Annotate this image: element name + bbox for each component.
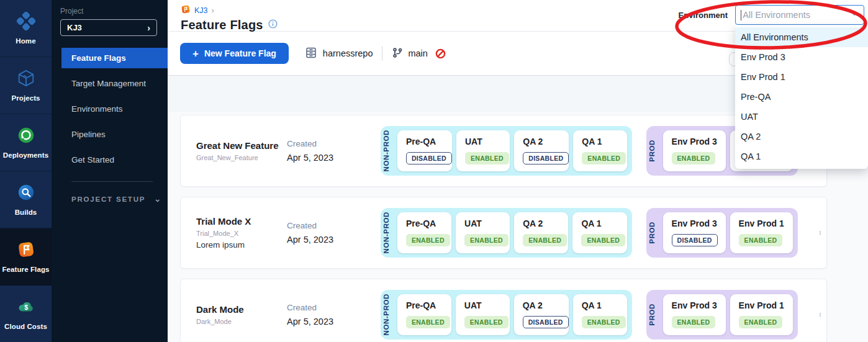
prod-label: PROD [648,140,663,162]
environment-dropdown-option[interactable]: Env Prod 3 [735,47,868,67]
environment-card[interactable]: UAT ENABLED [456,294,510,335]
status-badge: DISABLED [672,234,718,246]
environment-dropdown-option[interactable]: UAT [735,107,868,127]
repo-selector[interactable]: harnessrepo [305,47,373,61]
environment-card[interactable]: QA 2 ENABLED [514,212,568,253]
environment-name: Pre-QA [406,300,451,310]
sidebar-item-feature-flags[interactable]: Feature Flags [61,48,168,68]
rail-item-feature-flags[interactable]: Feature Flags [0,228,52,286]
environment-dropdown-option[interactable]: QA 2 [735,127,868,146]
sidebar-item-target-management[interactable]: Target Management [52,73,168,94]
rail-item-builds[interactable]: Builds [0,171,52,228]
environment-card[interactable]: Pre-QA DISABLED [397,130,452,171]
environment-filter-label: Environment [679,11,728,20]
environment-select[interactable]: All Environments [735,5,864,25]
environment-card[interactable]: Env Prod 1 ENABLED [730,294,793,335]
environment-name: Env Prod 1 [739,218,793,228]
builds-icon [17,183,35,204]
sidebar-item-get-started[interactable]: Get Started [52,150,168,170]
text-cursor [741,10,741,20]
home-icon [17,12,35,33]
environment-card[interactable]: QA 1 ENABLED [573,130,626,171]
projects-icon [17,69,35,90]
environment-dropdown-option[interactable]: Env Prod 1 [735,67,868,87]
environment-card[interactable]: Env Prod 3 DISABLED [663,212,726,253]
status-badge: ENABLED [739,234,783,246]
page-title: Feature Flags [181,18,263,32]
non-prod-label: NON-PROD [382,212,397,253]
environment-card[interactable]: Pre-QA ENABLED [397,212,451,253]
status-badge: ENABLED [523,234,567,246]
environment-dropdown-option[interactable]: Pre-QA [735,87,868,107]
environment-name: QA 2 [523,218,568,228]
environment-select-value: All Environments [743,10,850,20]
feature-flag-row[interactable]: Dark Mode Dark_Mode Created Apr 5, 2023 … [180,279,827,342]
environment-card[interactable]: Pre-QA ENABLED [397,294,451,335]
project-label: Project [60,7,168,16]
created-date: Apr 5, 2023 [287,153,381,163]
project-setup-toggle[interactable]: PROJECT SETUP ⌄ [52,194,168,204]
row-menu-button[interactable] [815,224,826,241]
environment-card[interactable]: UAT ENABLED [456,212,510,253]
status-badge: ENABLED [582,316,626,328]
rail-item-label: Projects [11,94,40,102]
environment-name: QA 1 [581,218,626,228]
status-badge: ENABLED [464,316,509,328]
environment-dropdown-option[interactable]: All Environments [735,27,868,47]
rail-item-label: Deployments [3,151,48,160]
svg-text:$: $ [24,304,28,311]
environment-name: Pre-QA [406,218,451,228]
sidebar-item-pipelines[interactable]: Pipelines [52,124,168,145]
rail-item-label: Builds [15,209,37,217]
new-feature-flag-button[interactable]: + New Feature Flag [180,43,289,64]
environment-card[interactable]: UAT ENABLED [456,130,510,171]
module-rail: Home Projects Deployments Builds Feature… [0,0,52,342]
environment-card[interactable]: QA 1 ENABLED [572,212,626,253]
environment-dropdown-menu: All Environments Env Prod 3 Env Prod 1 P… [735,25,868,169]
deployments-icon [17,126,35,147]
sidebar-item-environments[interactable]: Environments [52,99,168,119]
project-sidebar: Project KJ3 › Feature Flags Target Manag… [52,0,168,342]
environment-name: Env Prod 1 [739,300,793,310]
flag-identifier: Dark_Mode [196,318,287,325]
project-setup-label: PROJECT SETUP [71,196,145,203]
environment-name: UAT [464,300,510,310]
environment-card[interactable]: QA 1 ENABLED [573,294,627,335]
info-icon[interactable] [268,19,278,31]
branch-name: main [408,48,427,58]
non-prod-group: NON-PROD Pre-QA ENABLED UAT ENABLED QA 2… [381,290,632,340]
environment-name: QA 2 [523,300,569,310]
rail-item-home[interactable]: Home [0,0,52,57]
environment-card[interactable]: QA 2 DISABLED [514,130,569,171]
environment-card[interactable]: Env Prod 1 ENABLED [730,212,793,253]
status-badge: ENABLED [406,316,450,328]
prod-label: PROD [648,304,663,326]
environment-dropdown-option[interactable]: QA 1 [735,146,868,166]
environment-name: UAT [465,137,510,146]
created-label: Created [287,139,381,148]
rail-item-label: Feature Flags [2,266,49,274]
branch-selector[interactable]: main [392,47,445,60]
status-badge: DISABLED [406,152,452,164]
rail-item-label: Home [16,37,35,45]
rail-item-deployments[interactable]: Deployments [0,114,52,171]
feature-flag-row[interactable]: Trial Mode X Trial_Mode_X Lorem ipsum Cr… [180,197,827,269]
environment-name: Env Prod 3 [672,137,726,146]
repo-icon [305,47,317,61]
row-menu-button[interactable] [815,306,826,323]
divider [382,46,382,61]
environment-card[interactable]: Env Prod 3 ENABLED [663,130,726,171]
chevron-right-icon: › [212,6,214,15]
feature-flags-icon [181,4,191,16]
environment-card[interactable]: Env Prod 3 ENABLED [663,294,726,335]
rail-item-projects[interactable]: Projects [0,57,52,114]
project-selector[interactable]: KJ3 › [60,19,157,36]
breadcrumb-project-link[interactable]: KJ3 [194,6,208,15]
status-badge: ENABLED [465,152,509,164]
non-prod-group: NON-PROD Pre-QA DISABLED UAT ENABLED QA … [381,126,632,176]
created-date: Apr 5, 2023 [287,317,381,326]
rail-item-cloud-costs[interactable]: $ Cloud Costs [0,286,52,342]
feature-flag-row[interactable]: Great New Feature Great_New_Feature Crea… [180,115,827,187]
environment-card[interactable]: QA 2 DISABLED [514,294,569,335]
environment-name: Pre-QA [406,137,452,146]
